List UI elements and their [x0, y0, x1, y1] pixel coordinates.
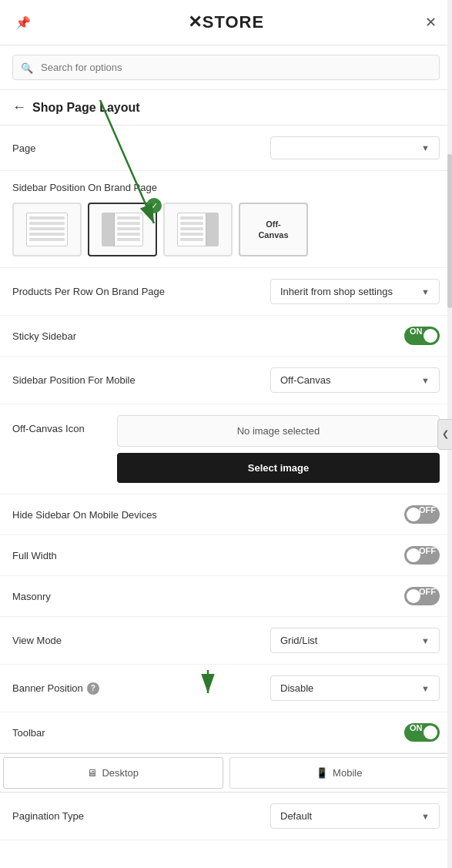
sidebar-mobile-value: Off-Canvas	[280, 374, 331, 386]
layout-icon-right	[177, 213, 219, 246]
pagination-type-dropdown[interactable]: Default ▼	[270, 803, 440, 829]
full-width-row: Full Width OFF	[0, 535, 452, 576]
section-header: ← Shop Page Layout	[0, 90, 452, 126]
layout-options: ✓	[12, 203, 440, 256]
sticky-sidebar-row: Sticky Sidebar ON	[0, 316, 452, 357]
hide-sidebar-row: Hide Sidebar On Mobile Devices OFF	[0, 494, 452, 535]
mobile-icon: 📱	[316, 767, 328, 779]
li-sidebar-right	[206, 213, 218, 246]
close-button[interactable]: ✕	[425, 14, 437, 31]
layout-option-right[interactable]	[163, 203, 233, 256]
toolbar-label: Toolbar	[12, 727, 45, 739]
layout-option-offcanvas[interactable]: Off-Canvas	[239, 203, 308, 256]
view-mode-dropdown[interactable]: Grid/List ▼	[270, 628, 440, 653]
products-per-row-row: Products Per Row On Brand Page Inherit f…	[0, 268, 452, 316]
view-mode-label: View Mode	[12, 635, 62, 646]
masonry-off-label: OFF	[419, 587, 436, 596]
device-tabs: 🖥 Desktop 📱 Mobile	[0, 753, 452, 793]
select-image-button[interactable]: Select image	[117, 453, 440, 483]
hide-sidebar-thumb	[407, 508, 420, 521]
li-line	[29, 233, 65, 236]
pagination-type-value: Default	[280, 810, 312, 822]
search-bar: 🔍	[0, 45, 452, 90]
pagination-type-row: Pagination Type Default ▼	[0, 793, 452, 840]
hide-sidebar-toggle[interactable]: OFF	[404, 505, 440, 524]
search-icon: 🔍	[21, 62, 33, 73]
sticky-sidebar-label: Sticky Sidebar	[12, 330, 76, 342]
full-width-toggle[interactable]: OFF	[404, 546, 440, 565]
panel-header: 📌 ✕STORE ✕	[0, 0, 452, 45]
toolbar-on-label: ON	[410, 723, 423, 732]
hide-sidebar-track[interactable]: OFF	[404, 505, 440, 524]
desktop-icon: 🖥	[87, 767, 97, 779]
toolbar-row: Toolbar ON	[0, 712, 452, 753]
mobile-tab-label: Mobile	[333, 767, 362, 779]
scrollbar-thumb[interactable]	[447, 154, 452, 308]
page-dropdown[interactable]: ▼	[270, 136, 440, 159]
toolbar-track[interactable]: ON	[404, 723, 440, 742]
layout-option-left[interactable]: ✓	[88, 203, 157, 256]
li-line	[180, 222, 203, 225]
sticky-sidebar-track[interactable]: ON	[404, 327, 440, 345]
sticky-sidebar-toggle[interactable]: ON	[404, 327, 440, 345]
masonry-toggle[interactable]: OFF	[404, 587, 440, 605]
mobile-tab[interactable]: 📱 Mobile	[229, 757, 450, 789]
offcanvas-option-label: Off-Canvas	[258, 219, 288, 241]
no-image-box: No image selected	[117, 415, 440, 447]
banner-position-dropdown[interactable]: Disable ▼	[270, 675, 440, 701]
li-line	[117, 216, 140, 220]
toolbar-toggle[interactable]: ON	[404, 723, 440, 742]
li-line	[180, 227, 203, 230]
pagination-type-label: Pagination Type	[12, 810, 84, 822]
search-wrap: 🔍	[12, 55, 440, 80]
pin-icon: 📌	[15, 15, 31, 30]
banner-position-row: Banner Position ? Disable ▼	[0, 665, 452, 712]
sidebar-mobile-row: Sidebar Position For Mobile Off-Canvas ▼	[0, 357, 452, 404]
masonry-label: Masonry	[12, 591, 51, 602]
view-mode-value: Grid/List	[280, 635, 317, 646]
layout-option-none[interactable]	[12, 203, 82, 256]
sidebar-mobile-label: Sidebar Position For Mobile	[12, 374, 136, 386]
full-width-label: Full Width	[12, 550, 57, 561]
li-line	[117, 233, 140, 236]
logo-store: STORE	[203, 12, 264, 32]
full-width-track[interactable]: OFF	[404, 546, 440, 565]
li-line	[117, 227, 140, 230]
products-per-row-dropdown[interactable]: Inherit from shop settings ▼	[270, 279, 440, 304]
masonry-row: Masonry OFF	[0, 576, 452, 617]
li-content-right	[178, 213, 206, 246]
li-line	[180, 216, 203, 220]
page-dropdown-chevron: ▼	[421, 143, 430, 152]
li-sidebar-left	[102, 213, 115, 246]
sidebar-mobile-dropdown[interactable]: Off-Canvas ▼	[270, 367, 440, 393]
view-mode-row: View Mode Grid/List ▼	[0, 617, 452, 665]
li-line	[117, 238, 140, 241]
banner-position-value: Disable	[280, 682, 313, 694]
back-button[interactable]: ←	[12, 99, 26, 116]
li-content-none	[27, 213, 67, 246]
desktop-tab[interactable]: 🖥 Desktop	[3, 757, 223, 789]
panel: 📌 ✕STORE ✕ 🔍 ← Shop Page Layout Page ▼ S…	[0, 0, 452, 868]
li-line	[180, 238, 203, 241]
products-per-row-label: Products Per Row On Brand Page	[12, 286, 165, 297]
products-per-row-chevron: ▼	[421, 287, 430, 297]
search-input[interactable]	[12, 55, 440, 80]
sidebar-mobile-chevron: ▼	[421, 376, 430, 385]
hide-sidebar-label: Hide Sidebar On Mobile Devices	[12, 509, 157, 521]
banner-position-help-icon[interactable]: ?	[87, 682, 99, 695]
collapse-handle[interactable]: ❮	[437, 419, 452, 450]
toolbar-thumb	[424, 726, 437, 739]
logo-x: ✕	[188, 12, 203, 32]
li-line	[29, 222, 65, 225]
li-line	[180, 233, 203, 236]
selected-check: ✓	[146, 198, 162, 213]
logo: ✕STORE	[188, 12, 264, 32]
layout-icon-none	[26, 213, 68, 246]
section-title: Shop Page Layout	[32, 101, 140, 115]
masonry-track[interactable]: OFF	[404, 587, 440, 605]
sidebar-brand-section: Sidebar Position On Brand Page	[0, 171, 452, 268]
view-mode-chevron: ▼	[421, 636, 430, 645]
products-per-row-value: Inherit from shop settings	[280, 286, 393, 297]
offcanvas-icon-label: Off-Canvas Icon	[12, 415, 105, 434]
settings-body: Page ▼ Sidebar Position On Brand Page	[0, 126, 452, 840]
